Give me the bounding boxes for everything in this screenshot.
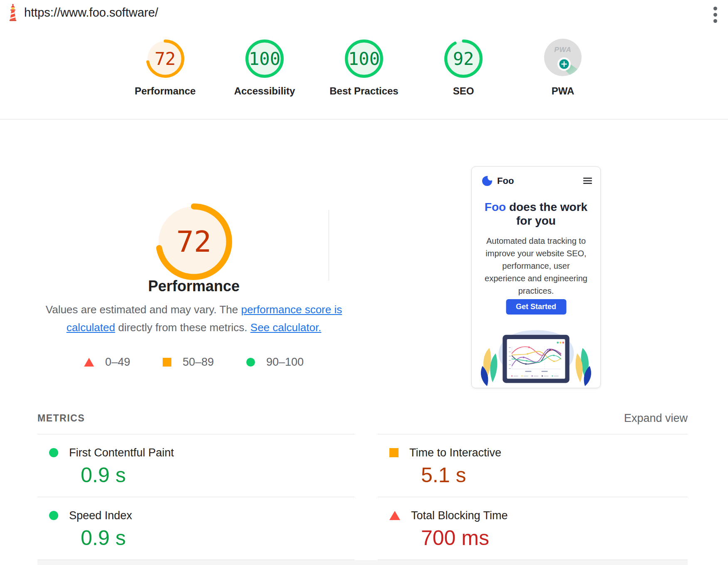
average-square-icon [163, 358, 171, 367]
pass-circle-icon [49, 448, 58, 457]
legend-item-average: 50–89 [163, 356, 214, 369]
vertical-divider [329, 210, 329, 281]
score-value: 100 [344, 39, 384, 79]
final-screenshot-thumbnail: Foo Foo does the work for you Automated … [471, 166, 601, 388]
see-calculator-link[interactable]: See calculator. [250, 321, 322, 334]
pwa-badge-text: PWA [554, 46, 572, 54]
metrics-column-right: Time to Interactive 5.1 s Total Blocking… [378, 434, 688, 560]
lighthouse-logo-icon [6, 4, 20, 23]
screenshot-brand-name: Foo [497, 176, 514, 186]
pwa-badge-icon: PWA [543, 39, 583, 79]
pass-circle-icon [246, 358, 255, 367]
get-started-button: Get Started [506, 299, 566, 315]
metric-name: Time to Interactive [409, 446, 501, 459]
metric-name: First Contentful Paint [69, 446, 174, 459]
metric-value: 700 ms [421, 528, 688, 548]
score-value: 72 [145, 39, 185, 79]
fail-triangle-icon [84, 358, 94, 367]
performance-big-gauge: 72 [154, 202, 234, 282]
description-text: directly from these metrics. [115, 321, 250, 334]
performance-score-value: 72 [154, 202, 234, 282]
metric-name: Total Blocking Time [411, 509, 508, 522]
score-gauge-pwa[interactable]: PWA PWA [517, 39, 609, 97]
description-text: Values are estimated and may vary. The [46, 303, 241, 316]
pass-circle-icon [49, 511, 58, 520]
legend-range: 0–49 [105, 356, 130, 369]
metric-row-speed-index: Speed Index 0.9 s [37, 497, 354, 560]
score-label: Performance [119, 85, 211, 97]
tested-url: https://www.foo.software/ [24, 0, 158, 25]
legend-range: 90–100 [266, 356, 304, 369]
legend-item-pass: 90–100 [246, 356, 304, 369]
screenshot-chart-illustration [475, 328, 597, 386]
metric-value: 0.9 s [81, 465, 354, 486]
metrics-section-title: METRICS [37, 413, 85, 424]
average-square-icon [389, 448, 399, 457]
metrics-column-left: First Contentful Paint 0.9 s Speed Index… [37, 434, 354, 560]
metric-row-time-to-interactive: Time to Interactive 5.1 s [378, 434, 688, 497]
screenshot-heading-highlight: Foo [485, 201, 506, 213]
score-label: SEO [418, 85, 509, 97]
metric-row-total-blocking-time: Total Blocking Time 700 ms [378, 497, 688, 560]
performance-summary: 72 Performance Values are estimated and … [37, 188, 350, 369]
score-range-legend: 0–49 50–89 90–100 [37, 356, 350, 369]
screenshot-heading: Foo does the work for you [476, 200, 596, 228]
foo-moon-logo-icon [482, 175, 493, 186]
kebab-dot [713, 7, 717, 10]
kebab-dot [713, 19, 717, 23]
score-summary-strip: 72 Performance 100 Accessibility 100 Bes… [0, 25, 728, 119]
topbar: https://www.foo.software/ [0, 0, 728, 26]
score-label: Accessibility [219, 85, 310, 97]
legend-item-fail: 0–49 [84, 356, 130, 369]
score-label: PWA [517, 85, 609, 97]
performance-description: Values are estimated and may vary. The p… [38, 301, 350, 337]
legend-range: 50–89 [183, 356, 214, 369]
metric-name: Speed Index [69, 509, 132, 522]
metric-row-first-contentful-paint: First Contentful Paint 0.9 s [37, 434, 354, 497]
screenshot-brand-row: Foo [482, 175, 514, 186]
next-section-edge [37, 560, 688, 565]
score-gauge-accessibility[interactable]: 100 Accessibility [219, 39, 310, 97]
screenshot-heading-rest: does the work for you [506, 201, 587, 227]
score-label: Best Practices [318, 85, 410, 97]
score-gauge-seo[interactable]: 92 SEO [418, 39, 509, 97]
kebab-menu-icon[interactable] [713, 7, 717, 23]
metric-value: 5.1 s [421, 465, 688, 486]
fail-triangle-icon [389, 511, 400, 520]
screenshot-site-header: Foo [482, 175, 592, 186]
score-gauge-best-practices[interactable]: 100 Best Practices [318, 39, 410, 97]
metric-value: 0.9 s [81, 528, 354, 548]
kebab-dot [713, 13, 717, 17]
score-gauge-performance[interactable]: 72 Performance [119, 39, 211, 97]
expand-view-button[interactable]: Expand view [624, 412, 688, 425]
screenshot-body-text: Automated data tracking to improve your … [483, 235, 589, 297]
hamburger-icon [583, 178, 592, 184]
score-value: 100 [245, 39, 285, 79]
metrics-header: METRICS Expand view [37, 412, 688, 425]
score-value: 92 [443, 39, 483, 79]
